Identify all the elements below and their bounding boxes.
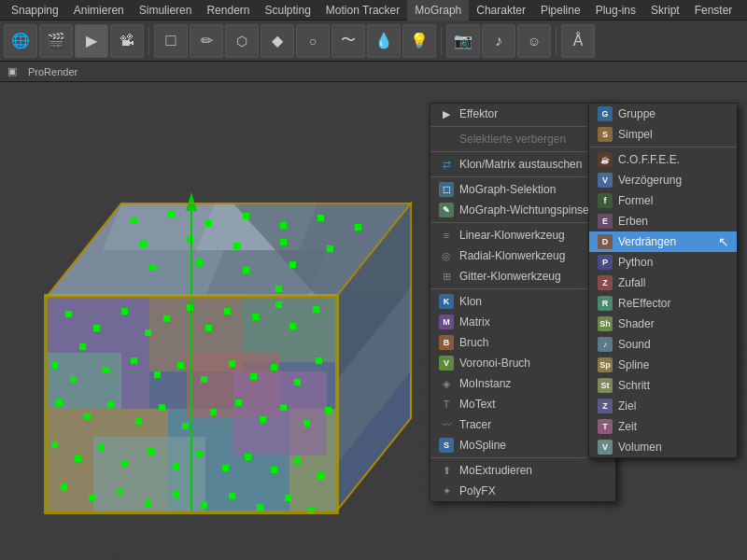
svg-rect-51 [289, 323, 296, 329]
svg-rect-90 [89, 495, 95, 501]
menu-pipeline[interactable]: Pipeline [533, 0, 588, 21]
toolbar2-prorender[interactable]: ProRender [24, 64, 81, 79]
svg-rect-113 [243, 267, 249, 273]
tb-shape[interactable]: ◆ [261, 24, 294, 58]
menu-verzogerung[interactable]: V Verzögerung [589, 170, 737, 190]
motext-icon: T [438, 396, 455, 413]
tb-note[interactable]: ♪ [482, 24, 515, 58]
svg-rect-80 [121, 460, 128, 467]
svg-rect-47 [205, 325, 212, 331]
tb-bulb[interactable]: 💡 [402, 24, 436, 58]
svg-rect-91 [117, 488, 123, 495]
tb-box[interactable]: □ [154, 24, 188, 58]
gruppe-label: Gruppe [618, 107, 729, 120]
menu-shader[interactable]: Sh Shader [589, 314, 737, 334]
tb-char[interactable]: Å [561, 24, 595, 58]
tb-video[interactable]: 📽 [110, 24, 144, 58]
menu-simulieren[interactable]: Simulieren [132, 0, 200, 21]
svg-rect-76 [325, 407, 331, 413]
verd-label: Verdrängen [618, 235, 714, 248]
wichtung-label: MoGraph-Wichtungspinsel [459, 203, 608, 217]
polyfx-label: PolyFX [459, 484, 608, 497]
linear-icon: ≡ [438, 227, 455, 244]
menu-motion-tracker[interactable]: Motion Tracker [318, 0, 407, 21]
tb-circle[interactable]: ○ [296, 24, 330, 58]
menu-gruppe[interactable]: G Gruppe [589, 104, 737, 124]
menu-volumen[interactable]: V Volumen [589, 437, 737, 457]
svg-rect-52 [313, 306, 319, 313]
menu-skript[interactable]: Skript [643, 0, 687, 21]
matrix-icon: M [438, 314, 455, 330]
zufall-label: Zufall [618, 276, 729, 289]
tb-drop[interactable]: 💧 [367, 24, 401, 58]
tb-world[interactable]: 🌐 [4, 24, 37, 58]
linear-label: Linear-Klonwerkzeug [459, 229, 608, 242]
coffee-label: C.O.F.F.E.E. [618, 153, 729, 166]
matrix-label: Matrix [459, 315, 608, 329]
svg-rect-108 [233, 243, 240, 249]
menu-python[interactable]: P Python [589, 252, 737, 273]
svg-rect-60 [229, 360, 235, 367]
menu-plug-ins[interactable]: Plug-ins [588, 0, 643, 21]
menu-zeit[interactable]: T Zeit [589, 416, 737, 437]
menu-formel[interactable]: f Formel [589, 190, 737, 211]
tb-face[interactable]: ☺ [517, 24, 551, 58]
svg-rect-95 [229, 493, 235, 499]
svg-rect-71 [210, 409, 217, 415]
formel-label: Formel [618, 194, 729, 207]
svg-rect-94 [201, 502, 207, 509]
menu-rendern[interactable]: Rendern [199, 0, 257, 21]
menu-fenster[interactable]: Fenster [687, 0, 740, 21]
gitter-icon: ⊞ [438, 268, 455, 285]
python-label: Python [618, 256, 729, 269]
toolbar2: ▣ ProRender [0, 62, 747, 82]
menubar: Snapping Animieren Simulieren Rendern Sc… [0, 0, 747, 21]
tb-curve[interactable]: 〜 [331, 24, 365, 58]
menu-polyfx[interactable]: ✦ PolyFX [430, 481, 615, 501]
menu-spline[interactable]: Sp Spline [589, 355, 737, 375]
effektor-icon: ▶ [438, 105, 455, 122]
svg-rect-100 [168, 211, 175, 217]
svg-rect-42 [79, 343, 86, 350]
menu-sculpting[interactable]: Sculpting [257, 0, 317, 21]
menu-coffee[interactable]: ☕ C.O.F.F.E.E. [589, 149, 737, 170]
sound-label: Sound [618, 338, 729, 351]
formel-icon: f [597, 192, 613, 209]
tb-cam[interactable]: 📷 [446, 24, 480, 58]
radial-label: Radial-Klonwerkzeug [459, 249, 608, 262]
menu-schritt[interactable]: St Schritt [589, 375, 737, 396]
menu-erben[interactable]: E Erben [589, 211, 737, 231]
toolbar2-mode[interactable]: ▣ [4, 63, 21, 79]
menu-zufall[interactable]: Z Zufall [589, 273, 737, 293]
menu-ziel[interactable]: Z Ziel [589, 396, 737, 416]
menu-verdrangen[interactable]: D Verdrängen ↖ [589, 231, 737, 252]
svg-rect-105 [355, 224, 361, 231]
menu-sound[interactable]: ♪ Sound [589, 334, 737, 355]
svg-rect-77 [51, 441, 58, 448]
menu-animieren[interactable]: Animieren [66, 0, 132, 21]
effektor-dropdown: G Gruppe S Simpel ☕ C.O.F.F.E.E. V Verzö… [588, 103, 738, 458]
menu-moextrudieren[interactable]: ⬆ MoExtrudieren [430, 460, 615, 481]
svg-rect-84 [222, 465, 229, 471]
bruch-label: Bruch [459, 336, 608, 349]
tb-pen[interactable]: ✏ [190, 24, 223, 58]
zeit-label: Zeit [618, 420, 729, 433]
menu-simpel[interactable]: S Simpel [589, 124, 737, 145]
svg-rect-110 [327, 245, 333, 252]
svg-marker-35 [103, 250, 224, 297]
tb-film[interactable]: 🎬 [39, 24, 73, 58]
tb-film2[interactable]: ▶ [75, 24, 108, 58]
svg-rect-103 [280, 222, 287, 229]
viewport: ▶ Effektor ▶ Selektierte verbergen ⇄ Klo… [0, 82, 747, 560]
tb-cube3d[interactable]: ⬡ [225, 24, 259, 58]
spline-icon: Sp [597, 357, 613, 373]
verz-label: Verzögerung [618, 174, 729, 187]
menu-reeffector[interactable]: R ReEffector [589, 293, 737, 314]
svg-rect-83 [196, 451, 203, 457]
svg-rect-81 [148, 448, 154, 455]
verbergen-label: Selektierte verbergen [459, 133, 608, 146]
menu-mograph[interactable]: MoGraph [407, 0, 469, 21]
menu-snapping[interactable]: Snapping [4, 0, 66, 21]
menu-charakter[interactable]: Charakter [469, 0, 533, 21]
svg-rect-56 [131, 357, 137, 364]
